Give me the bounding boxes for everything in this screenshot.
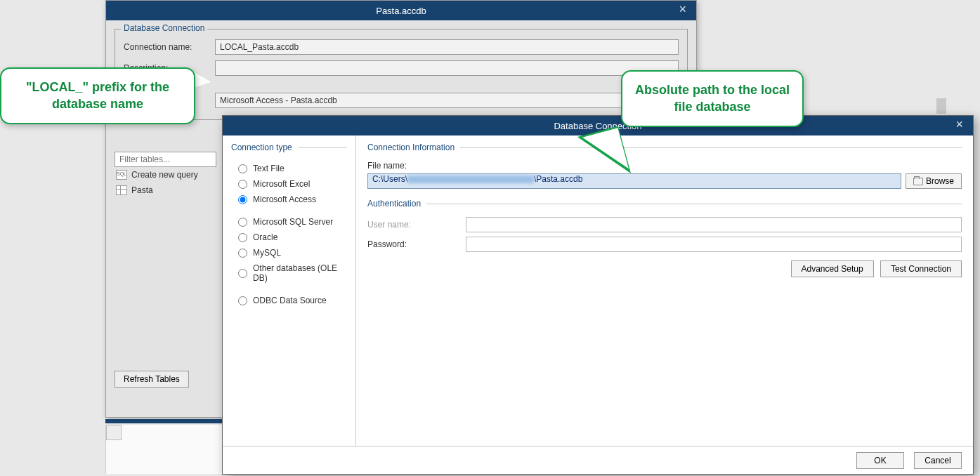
grid-corner (106, 425, 122, 440)
authentication-heading: Authentication (367, 199, 962, 209)
refresh-tables-button[interactable]: Refresh Tables (115, 371, 189, 388)
table-pasta-label: Pasta (131, 185, 153, 195)
radio-access[interactable]: Microsoft Access (231, 192, 347, 207)
radio-mysql-label: MySQL (253, 248, 281, 258)
group-legend: Database Connection (121, 23, 207, 33)
connection-type-label: Connection type (231, 143, 292, 152)
table-item-pasta[interactable]: Pasta (115, 183, 216, 198)
folder-icon (913, 178, 923, 185)
file-name-input[interactable]: C:\Users\\Pasta.accdb (367, 173, 901, 189)
create-query-item[interactable]: Create new query (115, 167, 216, 183)
connection-info-panel: Connection Information File name: C:\Use… (356, 135, 973, 446)
radio-oracle[interactable]: Oracle (231, 230, 347, 245)
connection-type-heading: Connection type (231, 143, 347, 152)
parent-title: Pasta.accdb (376, 6, 426, 16)
db-type-combo[interactable] (215, 93, 665, 108)
connection-info-label: Connection Information (367, 143, 455, 152)
password-label: Password: (367, 239, 466, 249)
radio-text-file[interactable]: Text File (231, 161, 347, 176)
authentication-label: Authentication (367, 199, 421, 209)
radio-access-label: Microsoft Access (253, 194, 316, 204)
radio-oracle-label: Oracle (253, 232, 277, 242)
parent-title-bar: Pasta.accdb × (106, 1, 696, 20)
connection-name-input[interactable] (215, 39, 679, 55)
table-icon (116, 185, 127, 195)
tables-panel: Create new query Pasta (115, 152, 216, 198)
connection-name-label: Connection name: (124, 42, 215, 52)
divider-line (298, 147, 347, 148)
file-name-label: File name: (367, 161, 962, 171)
divider-line (426, 204, 962, 204)
cancel-button[interactable]: Cancel (914, 452, 962, 469)
radio-oledb-label: Other databases (OLE DB) (253, 263, 347, 283)
user-name-label: User name: (367, 220, 466, 230)
connection-info-heading: Connection Information (367, 143, 962, 152)
radio-odbc[interactable]: ODBC Data Source (231, 293, 347, 308)
close-icon[interactable]: × (951, 117, 967, 132)
file-path-prefix: C:\Users\ (372, 174, 407, 184)
radio-mysql[interactable]: MySQL (231, 245, 347, 260)
create-query-label: Create new query (131, 170, 198, 180)
radio-odbc-label: ODBC Data Source (253, 296, 327, 305)
file-path-suffix: \Pasta.accdb (534, 174, 582, 184)
close-icon[interactable]: × (674, 2, 691, 17)
scrollbar-stub[interactable] (936, 98, 946, 114)
radio-sql-server-label: Microsoft SQL Server (253, 217, 333, 227)
sql-icon (116, 170, 127, 180)
connection-type-panel: Connection type Text File Microsoft Exce… (223, 135, 356, 446)
radio-excel-label: Microsoft Excel (253, 179, 310, 189)
browse-label: Browse (926, 176, 954, 186)
radio-sql-server[interactable]: Microsoft SQL Server (231, 214, 347, 230)
browse-button[interactable]: Browse (906, 173, 962, 189)
radio-text-file-label: Text File (253, 164, 285, 173)
radio-oledb[interactable]: Other databases (OLE DB) (231, 260, 347, 286)
advanced-setup-button[interactable]: Advanced Setup (791, 260, 874, 277)
filter-tables-input[interactable] (115, 152, 216, 167)
file-path-redacted (407, 176, 534, 183)
callout-local-prefix: "LOCAL_" prefix for the database name (0, 67, 195, 124)
radio-excel[interactable]: Microsoft Excel (231, 176, 347, 192)
ok-button[interactable]: OK (856, 452, 904, 469)
dialog-footer: OK Cancel (223, 446, 973, 474)
callout-absolute-path: Absolute path to the local file database (621, 70, 804, 127)
